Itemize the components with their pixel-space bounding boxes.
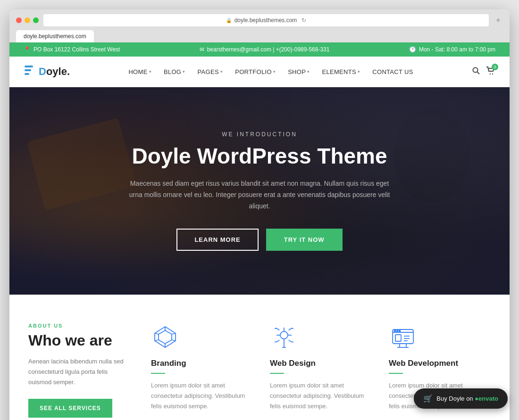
- try-it-now-button[interactable]: TRY IT NOW: [266, 229, 343, 251]
- svg-line-14: [155, 333, 159, 334]
- webdesign-desc: Lorem ipsum dolor sit amet consectetur a…: [270, 380, 372, 412]
- service-card-webdesign: Web Design Lorem ipsum dolor sit amet co…: [270, 323, 372, 418]
- svg-point-31: [397, 330, 398, 332]
- svg-point-15: [280, 331, 288, 339]
- hours-info: 🕐 Mon - Sat: 8:00 am to 7:00 pm: [409, 46, 495, 53]
- hero-subtitle: WE INTRODUCTION: [127, 131, 392, 138]
- webdesign-title: Web Design: [270, 359, 372, 368]
- cart-icon[interactable]: 0: [486, 66, 495, 77]
- svg-rect-1: [25, 69, 31, 71]
- nav-portfolio[interactable]: PORTFOLIO ▾: [230, 65, 280, 79]
- header-icons: 0: [472, 66, 495, 77]
- learn-more-button[interactable]: LEARN MORE: [176, 229, 258, 251]
- browser-tab[interactable]: doyle.beplusthemes.com: [16, 30, 94, 42]
- svg-rect-2: [25, 73, 29, 75]
- top-bar: 📍 PO Box 16122 Collins Street West ✉ bea…: [9, 42, 510, 57]
- about-title: Who we are: [28, 332, 132, 349]
- new-tab-button[interactable]: +: [494, 16, 503, 25]
- svg-point-3: [473, 68, 478, 73]
- svg-rect-26: [395, 335, 401, 341]
- refresh-icon[interactable]: ↻: [301, 17, 306, 24]
- about-column: ABOUT US Who we are Aenean lacinia biben…: [28, 323, 132, 418]
- hero-content: WE INTRODUCTION Doyle WordPress Theme Ma…: [118, 131, 401, 251]
- webdev-icon: [389, 323, 417, 351]
- email-info: ✉ bearsthemes@gmail.com | +(200)-0989-56…: [200, 46, 330, 53]
- browser-window: 🔒 doyle.beplusthemes.com ↻ + doyle.beplu…: [9, 9, 510, 420]
- branding-desc: Lorem ipsum dolor sit amet consectetur a…: [151, 380, 253, 412]
- about-description: Aenean lacinia bibendum nulla sed consec…: [28, 356, 132, 387]
- svg-line-11: [172, 340, 176, 341]
- svg-line-13: [155, 340, 159, 341]
- cart-badge: 0: [492, 64, 498, 70]
- buy-button[interactable]: 🛒 Buy Doyle on ●envato: [414, 388, 508, 409]
- logo-icon: [24, 64, 37, 80]
- hero-section: WE INTRODUCTION Doyle WordPress Theme Ma…: [9, 87, 510, 295]
- branding-icon: [151, 323, 179, 351]
- see-all-services-button[interactable]: SEE ALL SERVICES: [28, 399, 112, 418]
- webdesign-divider: [270, 373, 284, 374]
- site-content: 📍 PO Box 16122 Collins Street West ✉ bea…: [9, 42, 510, 420]
- branding-title: Branding: [151, 359, 253, 368]
- search-icon[interactable]: [472, 66, 480, 77]
- hero-buttons: LEARN MORE TRY IT NOW: [127, 229, 392, 251]
- nav-home[interactable]: HOME ▾: [124, 65, 156, 79]
- svg-line-10: [172, 333, 176, 334]
- logo[interactable]: Doyle.: [24, 64, 70, 80]
- browser-chrome: 🔒 doyle.beplusthemes.com ↻ + doyle.beplu…: [9, 9, 510, 42]
- hero-title: Doyle WordPress Theme: [127, 144, 392, 168]
- header: Doyle. HOME ▾ BLOG ▾ PAGES ▾ PORTFOLIO ▾…: [9, 57, 510, 87]
- close-button[interactable]: [16, 17, 22, 23]
- webdev-divider: [389, 373, 403, 374]
- maximize-button[interactable]: [33, 17, 39, 23]
- hours-text: Mon - Sat: 8:00 am to 7:00 pm: [419, 46, 495, 53]
- buy-label: Buy Doyle on ●envato: [436, 395, 498, 402]
- svg-point-5: [490, 74, 491, 74]
- lock-icon: 🔒: [226, 18, 232, 23]
- webdesign-icon: [270, 323, 298, 351]
- svg-rect-0: [25, 66, 33, 67]
- about-label: ABOUT US: [28, 323, 132, 329]
- nav-contact[interactable]: CONTACT US: [368, 65, 418, 79]
- clock-icon: 🕐: [409, 46, 416, 53]
- address-info: 📍 PO Box 16122 Collins Street West: [24, 46, 120, 53]
- nav-pages[interactable]: PAGES ▾: [193, 65, 228, 79]
- url-text: doyle.beplusthemes.com: [234, 17, 297, 24]
- location-icon: 📍: [24, 46, 31, 53]
- branding-divider: [151, 373, 165, 374]
- nav-elements[interactable]: ELEMENTS ▾: [318, 65, 365, 79]
- address-text: PO Box 16122 Collins Street West: [33, 46, 120, 53]
- email-text: bearsthemes@gmail.com | +(200)-0989-568-…: [207, 46, 330, 53]
- svg-point-32: [399, 330, 401, 332]
- svg-marker-8: [159, 330, 172, 344]
- traffic-lights: [16, 17, 39, 23]
- minimize-button[interactable]: [25, 17, 30, 23]
- logo-text: Doyle.: [39, 66, 70, 78]
- service-card-branding: Branding Lorem ipsum dolor sit amet cons…: [151, 323, 253, 418]
- svg-line-4: [477, 72, 480, 74]
- cart-buy-icon: 🛒: [423, 394, 433, 403]
- hero-description: Maecenas sed diam eget risus varius blan…: [127, 178, 392, 212]
- address-bar[interactable]: 🔒 doyle.beplusthemes.com ↻: [43, 14, 489, 26]
- envato-label: ●envato: [475, 395, 498, 402]
- email-icon: ✉: [200, 46, 204, 53]
- svg-point-30: [394, 330, 396, 332]
- main-nav: HOME ▾ BLOG ▾ PAGES ▾ PORTFOLIO ▾ SHOP ▾…: [124, 65, 418, 79]
- nav-shop[interactable]: SHOP ▾: [283, 65, 314, 79]
- svg-point-6: [492, 74, 493, 74]
- nav-blog[interactable]: BLOG ▾: [159, 65, 190, 79]
- webdev-title: Web Development: [389, 359, 491, 368]
